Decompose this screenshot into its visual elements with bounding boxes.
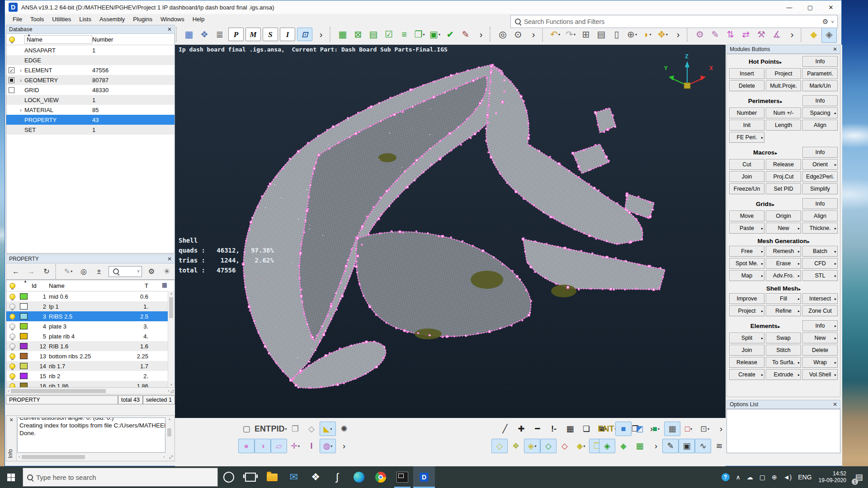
property-vscrollbar[interactable]: ˄˅	[168, 291, 175, 388]
language-indicator[interactable]: ENG	[795, 466, 815, 488]
color-swatch[interactable]	[20, 303, 28, 310]
btn-align[interactable]: Align	[802, 120, 838, 131]
btn-mark-un[interactable]: Mark/Un	[802, 80, 838, 91]
minimize-button[interactable]: —	[779, 0, 800, 14]
btn-orient[interactable]: Orient▸	[802, 159, 838, 170]
search-gear-icon[interactable]: ⚙	[822, 18, 828, 26]
btn-free[interactable]: Free▸	[729, 246, 764, 257]
db-row-ansapart[interactable]: ANSAPART1	[6, 45, 175, 55]
taskbar-search-input[interactable]: Type here to search	[23, 468, 218, 487]
wireframe-shaded-icon[interactable]: ◈	[821, 26, 837, 43]
btn-info-elements[interactable]: Info▸	[802, 320, 838, 331]
btn-freeze-un[interactable]: Freeze/Un	[729, 183, 764, 194]
btn-thickne[interactable]: Thickne.▸	[802, 223, 838, 234]
options-close-icon[interactable]: ✕	[833, 401, 837, 408]
network-tray-icon[interactable]: ⊕	[769, 466, 780, 488]
expand-arrow-icon[interactable]: ›	[17, 117, 24, 123]
btn-stitch[interactable]: Stitch	[766, 345, 801, 356]
database-col-number[interactable]: Number	[92, 36, 175, 43]
new-window-icon[interactable]: ✳	[159, 265, 175, 278]
paint-select-icon[interactable]: ◣▾	[320, 422, 336, 436]
color-swatch[interactable]	[20, 343, 28, 349]
menu-help[interactable]: Help	[189, 15, 209, 23]
btn-proj-cut[interactable]: Proj.Cut	[766, 171, 801, 182]
hammer-icon[interactable]: ⚒	[754, 26, 769, 43]
menu-lists[interactable]: Lists	[75, 15, 95, 23]
tray-expand-button[interactable]: ∧	[733, 466, 744, 488]
ent-select-icon[interactable]: ENT	[255, 422, 271, 436]
database-col-name[interactable]: Name	[24, 35, 92, 44]
parts-puzzle-icon[interactable]: ❖	[197, 26, 212, 43]
btn-stl[interactable]: STL▸	[802, 270, 838, 281]
property-col-t[interactable]: T	[126, 282, 151, 289]
get-help-tray-button[interactable]: ?	[718, 466, 733, 488]
panel-tools-icon[interactable]: ⊞	[578, 26, 594, 43]
ansa-taskbar-button[interactable]: D	[413, 466, 435, 488]
s-deck-icon[interactable]: S	[263, 28, 278, 41]
btn-simplify[interactable]: Simplify	[802, 183, 838, 194]
task-view-button[interactable]	[240, 466, 261, 488]
functions-search-input[interactable]: Search Functions and Filters ⚙ ˅	[510, 15, 838, 28]
db-row-edge[interactable]: EDGE	[6, 55, 175, 65]
prop-row-ribs-2-5[interactable]: 3RIBS 2.52.5	[6, 311, 175, 321]
expand-arrow-icon[interactable]: ›	[17, 77, 24, 84]
points-add-icon[interactable]: ✛▾	[287, 439, 303, 453]
quad-corners-icon[interactable]: ◇	[491, 439, 508, 453]
stack-copy-icon[interactable]: ❐	[287, 422, 303, 436]
rect-select-icon[interactable]: ▢	[238, 422, 255, 436]
spline-pen-icon[interactable]: ✎	[662, 439, 679, 453]
screenshot-app-button[interactable]	[392, 466, 413, 488]
monitor-icon[interactable]: ▣▾	[427, 26, 443, 43]
viewport-3d[interactable]: ZYX Ip dash board final .igs.ansa, Curre…	[175, 45, 726, 418]
focus-target-icon[interactable]: ⊕▾	[624, 26, 640, 43]
btn-set-pid[interactable]: Set PID	[766, 183, 801, 194]
green-check-icon[interactable]: ✔	[443, 26, 458, 43]
db-row-property[interactable]: ›PROPERTY43	[6, 115, 175, 125]
color-swatch[interactable]	[20, 323, 28, 329]
btn-join[interactable]: Join	[729, 171, 764, 182]
btn-fe-peri[interactable]: FE Peri.▸	[729, 132, 764, 143]
maximize-button[interactable]: ▢	[800, 0, 821, 14]
menu-tools[interactable]: Tools	[26, 15, 48, 23]
btn-align[interactable]: Align	[802, 211, 838, 221]
btn-new[interactable]: New▸	[802, 333, 838, 343]
grid4-icon[interactable]: ▦	[562, 422, 578, 436]
btn-delete[interactable]: Delete	[802, 345, 838, 356]
pid-select-icon[interactable]: PID▾	[271, 422, 287, 436]
prop-row-bottom-ribs-2-25[interactable]: 13bottom ribs 2.252.25	[6, 351, 175, 361]
btn-release[interactable]: Release	[766, 159, 801, 170]
cortana-button[interactable]	[218, 466, 240, 488]
property-col-name[interactable]: Name	[49, 282, 126, 289]
info-tab[interactable]: ✕ Info	[6, 416, 17, 461]
prism-shape-icon[interactable]: ▱	[271, 439, 287, 453]
gear-cube-icon[interactable]: ⊡▾	[697, 422, 713, 436]
btn-parametri[interactable]: Parametri.	[802, 68, 838, 79]
visibility-bulb-icon[interactable]	[9, 37, 15, 42]
modules-close-icon[interactable]: ✕	[833, 46, 837, 52]
btn-map[interactable]: Map▸	[729, 270, 764, 281]
color-swatch[interactable]	[20, 353, 28, 359]
pan-move-icon[interactable]: ✥▾	[655, 26, 670, 43]
menu-utilities[interactable]: Utilities	[48, 15, 75, 23]
file-explorer-button[interactable]	[261, 466, 283, 488]
pick-star-icon[interactable]: ✺	[336, 422, 352, 436]
btn-init[interactable]: Init	[729, 120, 764, 131]
wrench-icon[interactable]: ⚙	[692, 26, 708, 43]
color-swatch[interactable]	[20, 333, 28, 339]
visibility-bulb-icon[interactable]	[9, 353, 15, 359]
db-row-grid[interactable]: GRID48330	[6, 85, 175, 95]
edge-button[interactable]	[348, 466, 370, 488]
btn-join[interactable]: Join	[729, 345, 764, 356]
btn-mult-proje[interactable]: Mult.Proje.	[766, 80, 801, 91]
db-row-set[interactable]: SET1	[6, 125, 175, 135]
sketch-line-icon[interactable]: ≋	[711, 439, 727, 453]
quad-plain-icon[interactable]: ◆▾	[573, 439, 589, 453]
btn-info-macros[interactable]: Info	[802, 147, 838, 158]
column-options-icon[interactable]: ▦	[162, 282, 167, 288]
btn-batch[interactable]: Batch▸	[802, 246, 838, 257]
btn-number[interactable]: Number	[729, 108, 764, 118]
btn-wrap[interactable]: Wrap▸	[802, 357, 838, 368]
info-close-icon[interactable]: ✕	[6, 416, 16, 423]
expand-arrow-icon[interactable]: ›	[17, 107, 24, 113]
swap-arrows-icon[interactable]: ⇄	[738, 26, 754, 43]
